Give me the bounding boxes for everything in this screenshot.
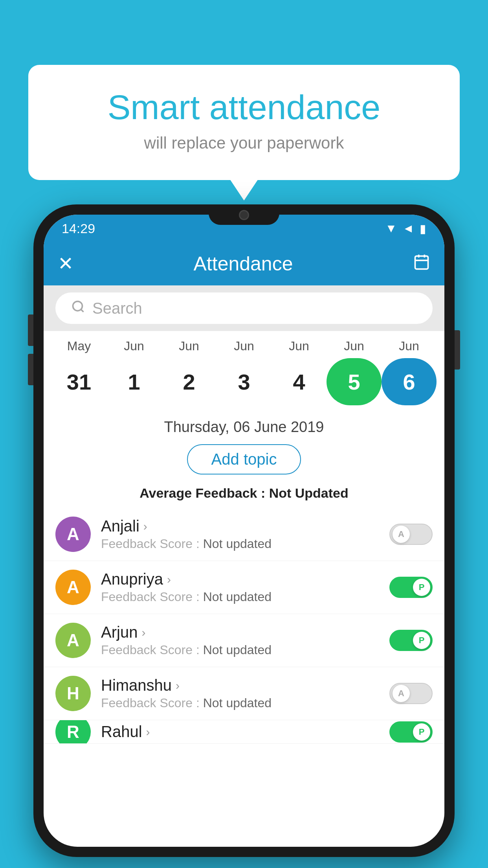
bubble-subtitle: will replace your paperwork bbox=[60, 134, 428, 153]
toggle-knob-arjun: P bbox=[413, 632, 430, 649]
cal-month-4: Jun bbox=[272, 339, 327, 353]
toggle-anupriya[interactable]: P bbox=[389, 577, 433, 598]
svg-rect-0 bbox=[415, 256, 428, 269]
wifi-icon: ▼ bbox=[385, 222, 397, 235]
svg-point-4 bbox=[73, 301, 83, 311]
add-topic-button[interactable]: Add topic bbox=[187, 444, 301, 474]
app-title: Attendance bbox=[194, 252, 293, 275]
cal-day-6-selected[interactable]: 6 bbox=[382, 358, 437, 405]
status-time: 14:29 bbox=[62, 221, 95, 236]
speech-bubble: Smart attendance will replace your paper… bbox=[28, 65, 460, 180]
toggle-arjun[interactable]: P bbox=[389, 630, 433, 651]
cal-day-4[interactable]: 4 bbox=[272, 358, 327, 405]
search-bar[interactable]: Search bbox=[55, 292, 433, 324]
student-row-anupriya: A Anupriya › Feedback Score : Not update… bbox=[44, 561, 444, 614]
calendar-days: 31 1 2 3 4 5 6 bbox=[51, 355, 437, 413]
status-icons: ▼ ◄ ▮ bbox=[385, 222, 426, 235]
attendance-toggle-rahul[interactable]: P bbox=[389, 721, 433, 743]
phone-camera bbox=[239, 210, 249, 220]
volume-down-button[interactable] bbox=[28, 354, 33, 385]
calendar-icon[interactable] bbox=[413, 253, 430, 274]
student-name-arjun[interactable]: Arjun › bbox=[101, 623, 389, 641]
attendance-toggle-anupriya[interactable]: P bbox=[389, 577, 433, 598]
add-topic-container: Add topic bbox=[44, 439, 444, 482]
attendance-toggle-himanshu[interactable]: A bbox=[389, 683, 433, 704]
student-name-anupriya[interactable]: Anupriya › bbox=[101, 570, 389, 588]
volume-up-button[interactable] bbox=[28, 314, 33, 346]
student-info-anjali: Anjali › Feedback Score : Not updated bbox=[101, 517, 389, 551]
attendance-toggle-arjun[interactable]: P bbox=[389, 630, 433, 651]
student-row-anjali: A Anjali › Feedback Score : Not updated … bbox=[44, 508, 444, 561]
svg-line-5 bbox=[81, 309, 84, 312]
student-avatar-anupriya: A bbox=[55, 570, 91, 605]
search-placeholder: Search bbox=[92, 300, 142, 317]
search-icon bbox=[71, 300, 85, 317]
student-row-himanshu: H Himanshu › Feedback Score : Not update… bbox=[44, 667, 444, 720]
student-avatar-himanshu: H bbox=[55, 676, 91, 711]
date-label: Thursday, 06 June 2019 bbox=[44, 413, 444, 439]
battery-icon: ▮ bbox=[420, 222, 426, 235]
attendance-toggle-anjali[interactable]: A bbox=[389, 524, 433, 545]
close-button[interactable]: ✕ bbox=[58, 254, 73, 273]
chevron-icon: › bbox=[143, 520, 147, 533]
avg-feedback: Average Feedback : Not Updated bbox=[44, 482, 444, 508]
student-row-arjun: A Arjun › Feedback Score : Not updated P bbox=[44, 614, 444, 667]
phone-screen: 14:29 ▼ ◄ ▮ ✕ Attendance bbox=[44, 215, 444, 847]
student-name-anjali[interactable]: Anjali › bbox=[101, 517, 389, 535]
student-info-himanshu: Himanshu › Feedback Score : Not updated bbox=[101, 677, 389, 710]
search-bar-container: Search bbox=[44, 285, 444, 331]
calendar-months: May Jun Jun Jun Jun Jun Jun bbox=[51, 339, 437, 355]
student-feedback-anjali: Feedback Score : Not updated bbox=[101, 537, 389, 551]
student-row-rahul: R Rahul › P bbox=[44, 720, 444, 744]
toggle-rahul[interactable]: P bbox=[389, 721, 433, 743]
student-avatar-anjali: A bbox=[55, 517, 91, 552]
chevron-icon: › bbox=[167, 573, 171, 586]
chevron-icon: › bbox=[141, 626, 145, 639]
cal-day-5-today[interactable]: 5 bbox=[327, 358, 382, 405]
app-header: ✕ Attendance bbox=[44, 242, 444, 285]
student-avatar-rahul: R bbox=[55, 720, 91, 744]
toggle-knob-rahul: P bbox=[413, 723, 430, 741]
student-feedback-anupriya: Feedback Score : Not updated bbox=[101, 590, 389, 604]
toggle-knob-anjali: A bbox=[393, 526, 410, 543]
cal-day-1[interactable]: 1 bbox=[106, 358, 161, 405]
cal-month-0: May bbox=[51, 339, 106, 353]
chevron-icon: › bbox=[146, 725, 150, 739]
student-avatar-arjun: A bbox=[55, 623, 91, 658]
student-feedback-himanshu: Feedback Score : Not updated bbox=[101, 696, 389, 710]
cal-month-5: Jun bbox=[327, 339, 382, 353]
toggle-knob-anupriya: P bbox=[413, 579, 430, 596]
student-feedback-arjun: Feedback Score : Not updated bbox=[101, 643, 389, 657]
bubble-title: Smart attendance bbox=[60, 88, 428, 127]
toggle-knob-himanshu: A bbox=[393, 685, 410, 702]
phone-notch bbox=[209, 204, 279, 225]
calendar-strip: May Jun Jun Jun Jun Jun Jun 31 1 2 3 4 5… bbox=[44, 331, 444, 413]
student-info-anupriya: Anupriya › Feedback Score : Not updated bbox=[101, 570, 389, 604]
student-info-rahul: Rahul › bbox=[101, 723, 389, 741]
toggle-anjali[interactable]: A bbox=[389, 524, 433, 545]
cal-day-3[interactable]: 3 bbox=[216, 358, 272, 405]
cal-month-3: Jun bbox=[216, 339, 272, 353]
chevron-icon: › bbox=[176, 679, 180, 692]
cal-month-6: Jun bbox=[382, 339, 437, 353]
cal-month-1: Jun bbox=[106, 339, 161, 353]
student-list: A Anjali › Feedback Score : Not updated … bbox=[44, 508, 444, 744]
phone-frame: 14:29 ▼ ◄ ▮ ✕ Attendance bbox=[33, 204, 455, 857]
cal-day-2[interactable]: 2 bbox=[161, 358, 216, 405]
cal-day-31[interactable]: 31 bbox=[51, 358, 106, 405]
toggle-himanshu[interactable]: A bbox=[389, 683, 433, 704]
student-info-arjun: Arjun › Feedback Score : Not updated bbox=[101, 623, 389, 657]
student-name-himanshu[interactable]: Himanshu › bbox=[101, 677, 389, 694]
cal-month-2: Jun bbox=[161, 339, 216, 353]
signal-icon: ◄ bbox=[402, 222, 414, 235]
power-button[interactable] bbox=[455, 330, 460, 370]
student-name-rahul[interactable]: Rahul › bbox=[101, 723, 389, 741]
